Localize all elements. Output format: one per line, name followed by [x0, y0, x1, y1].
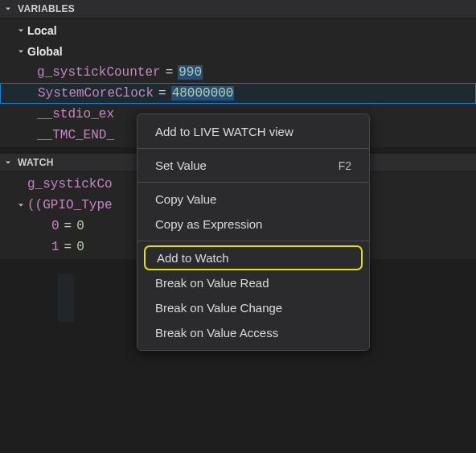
- menu-label: Add to LIVE WATCH view: [155, 125, 293, 138]
- menu-copy-value[interactable]: Copy Value: [137, 187, 369, 212]
- chevron-down-icon: [14, 24, 27, 37]
- menu-label: Break on Value Access: [155, 326, 278, 340]
- scope-label: Global: [27, 45, 63, 58]
- variable-value: 990: [178, 65, 203, 80]
- menu-label: Add to Watch: [157, 251, 229, 265]
- variable-value: 48000000: [171, 86, 235, 101]
- menu-label: Copy Value: [155, 192, 216, 206]
- menu-shortcut: F2: [339, 159, 351, 172]
- menu-label: Set Value: [155, 159, 207, 172]
- chevron-down-icon: [14, 45, 27, 58]
- context-menu: Add to LIVE WATCH view Set Value F2 Copy…: [137, 113, 370, 351]
- variable-row-selected[interactable]: SystemCoreClock = 48000000: [0, 83, 476, 104]
- watch-index: 1: [51, 240, 60, 254]
- menu-separator: [137, 148, 369, 149]
- watch-title: WATCH: [18, 157, 54, 168]
- menu-separator: [137, 241, 369, 241]
- watch-index: 0: [51, 219, 60, 233]
- equals: =: [64, 219, 72, 233]
- menu-add-live-watch[interactable]: Add to LIVE WATCH view: [137, 119, 369, 144]
- equals: =: [166, 65, 174, 80]
- variable-name: __stdio_ex: [37, 107, 114, 121]
- watch-value: 0: [76, 219, 84, 233]
- scope-local[interactable]: Local: [0, 20, 476, 41]
- menu-label: Break on Value Change: [155, 301, 282, 315]
- equals: =: [158, 86, 166, 101]
- menu-set-value[interactable]: Set Value F2: [137, 153, 369, 178]
- equals: =: [64, 240, 72, 254]
- chevron-down-icon: [2, 156, 14, 169]
- menu-label: Break on Value Read: [155, 276, 269, 290]
- variable-row[interactable]: g_systickCounter = 990: [0, 62, 476, 83]
- variables-header[interactable]: VARIABLES: [0, 0, 476, 19]
- menu-break-change[interactable]: Break on Value Change: [137, 295, 369, 320]
- menu-break-access[interactable]: Break on Value Access: [137, 320, 369, 345]
- chevron-down-icon: [2, 2, 14, 15]
- menu-add-to-watch[interactable]: Add to Watch: [144, 245, 363, 270]
- watch-value: 0: [76, 240, 84, 254]
- menu-break-read[interactable]: Break on Value Read: [137, 270, 369, 295]
- decoration: [58, 274, 74, 322]
- watch-name: g_systickCo: [27, 177, 113, 191]
- menu-copy-expression[interactable]: Copy as Expression: [137, 212, 369, 237]
- variables-title: VARIABLES: [18, 3, 75, 14]
- menu-label: Copy as Expression: [155, 217, 262, 231]
- menu-separator: [137, 182, 369, 183]
- variable-name: g_systickCounter: [37, 65, 161, 80]
- scope-label: Local: [27, 24, 57, 37]
- watch-name: ((GPIO_Type: [27, 198, 113, 212]
- chevron-down-icon: [14, 199, 27, 212]
- variable-name: __TMC_END_: [37, 128, 114, 142]
- variable-name: SystemCoreClock: [38, 86, 154, 101]
- scope-global[interactable]: Global: [0, 41, 476, 62]
